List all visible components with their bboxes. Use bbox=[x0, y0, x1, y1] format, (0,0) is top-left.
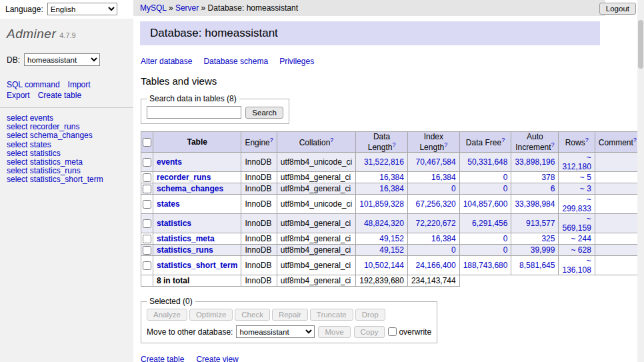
comment-cell bbox=[595, 256, 640, 275]
sidebar-actions-row1: SQL commandImport bbox=[7, 79, 127, 90]
row-checkbox[interactable] bbox=[143, 185, 151, 193]
help-link[interactable]: ? bbox=[551, 141, 555, 148]
search-button[interactable]: Search bbox=[245, 107, 283, 119]
table-name-link[interactable]: statistics_runs bbox=[157, 245, 213, 255]
language-select[interactable]: English bbox=[47, 3, 117, 15]
auto-increment-cell: 8,581,645 bbox=[511, 256, 559, 275]
db-action-link[interactable]: Database schema bbox=[203, 57, 268, 66]
move-db-select[interactable]: homeassistant bbox=[236, 325, 315, 338]
index-length-cell: 24,166,400 bbox=[407, 256, 459, 275]
table-header-row: TableEngine?Collation?Data Length?Index … bbox=[141, 132, 641, 153]
search-input[interactable] bbox=[147, 106, 241, 119]
tables-and-views-heading: Tables and views bbox=[141, 75, 637, 87]
data-free-cell: 0 bbox=[459, 172, 511, 183]
data-free-cell: 104,857,600 bbox=[459, 195, 511, 214]
engine-cell: InnoDB bbox=[241, 233, 277, 245]
auto-increment-cell: 6 bbox=[511, 183, 559, 195]
page-title: Database: homeassistant bbox=[140, 21, 600, 45]
drop-button[interactable]: Drop bbox=[355, 309, 385, 321]
rows-cell: ~ 299,833 bbox=[559, 195, 595, 214]
row-checkbox[interactable] bbox=[143, 235, 151, 243]
search-fieldset: Search data in tables (8) Search bbox=[141, 94, 289, 124]
db-select[interactable]: homeassistant bbox=[24, 53, 100, 66]
create-link[interactable]: Create table bbox=[141, 355, 184, 362]
data-free-cell: 0 bbox=[459, 233, 511, 245]
breadcrumb-link[interactable]: MySQL bbox=[140, 3, 167, 13]
check-button[interactable]: Check bbox=[235, 309, 270, 321]
db-action-link[interactable]: Alter database bbox=[141, 57, 192, 66]
move-label: Move to other database: bbox=[147, 327, 233, 337]
row-checkbox[interactable] bbox=[143, 158, 151, 167]
data-length-cell: 48,824,320 bbox=[356, 214, 408, 233]
rows-cell: ~ 5 bbox=[559, 172, 595, 183]
column-header-data-free: Data Free? bbox=[459, 132, 511, 153]
table-name-link[interactable]: statistics bbox=[157, 219, 191, 228]
truncate-button[interactable]: Truncate bbox=[310, 309, 353, 321]
optimize-button[interactable]: Optimize bbox=[189, 309, 233, 321]
data-length-cell: 31,522,816 bbox=[356, 153, 408, 172]
sidebar-table-link[interactable]: select states bbox=[7, 141, 127, 149]
vertical-scrollbar[interactable] bbox=[637, 0, 644, 362]
create-link[interactable]: Create view bbox=[196, 355, 238, 362]
repair-button[interactable]: Repair bbox=[272, 309, 308, 321]
help-link[interactable]: ? bbox=[585, 137, 589, 143]
db-action-link[interactable]: Privileges bbox=[279, 57, 314, 66]
row-checkbox[interactable] bbox=[143, 219, 151, 228]
row-checkbox[interactable] bbox=[143, 200, 151, 209]
help-link[interactable]: ? bbox=[501, 137, 505, 143]
sidebar-table-link[interactable]: select statistics_short_term bbox=[7, 175, 127, 184]
comment-cell bbox=[595, 172, 640, 183]
help-link[interactable]: ? bbox=[392, 141, 395, 148]
table-name-link[interactable]: statistics_meta bbox=[157, 234, 215, 243]
data-free-cell: 0 bbox=[459, 245, 511, 256]
table-name-link[interactable]: schema_changes bbox=[157, 184, 223, 193]
total-index-length: 234,143,744 bbox=[407, 275, 459, 287]
collation-cell: utf8mb4_unicode_ci bbox=[277, 195, 355, 214]
copy-button[interactable]: Copy bbox=[354, 326, 385, 338]
breadcrumb: MySQL » Server » Database: homeassistant bbox=[133, 0, 605, 16]
table-name-link[interactable]: statistics_short_term bbox=[157, 261, 237, 270]
total-label: 8 in total bbox=[153, 275, 241, 287]
sidebar: Adminer4.7.9 DB: homeassistant SQL comma… bbox=[0, 19, 133, 362]
index-length-cell: 67,256,320 bbox=[407, 195, 459, 214]
table-name-link[interactable]: recorder_runs bbox=[157, 173, 211, 182]
rows-cell: ~ 628 bbox=[559, 245, 595, 256]
db-label: DB: bbox=[7, 55, 20, 65]
row-checkbox[interactable] bbox=[143, 261, 151, 270]
scrollbar-thumb[interactable] bbox=[638, 20, 643, 69]
overwrite-checkbox[interactable] bbox=[388, 327, 397, 336]
column-header-collation: Collation? bbox=[277, 132, 355, 153]
bulk-buttons: AnalyzeOptimizeCheckRepairTruncateDrop bbox=[147, 309, 431, 321]
collation-cell: utf8mb4_general_ci bbox=[277, 256, 355, 275]
select-all-checkbox[interactable] bbox=[143, 138, 151, 147]
collation-cell: utf8mb4_general_ci bbox=[277, 214, 355, 233]
help-link[interactable]: ? bbox=[444, 141, 447, 148]
sidebar-action-link[interactable]: Create table bbox=[38, 91, 81, 100]
rows-cell: ~ 569,159 bbox=[559, 214, 595, 233]
row-checkbox[interactable] bbox=[143, 173, 151, 182]
db-action-links: Alter databaseDatabase schemaPrivileges bbox=[141, 57, 637, 66]
index-length-cell: 0 bbox=[407, 183, 459, 195]
breadcrumb-link[interactable]: Server bbox=[175, 3, 199, 13]
column-header-auto-increment: Auto Increment? bbox=[511, 132, 559, 153]
help-link[interactable]: ? bbox=[330, 137, 333, 143]
move-button[interactable]: Move bbox=[318, 326, 350, 338]
comment-cell bbox=[595, 233, 640, 245]
help-link[interactable]: ? bbox=[633, 137, 637, 143]
tables-tbody: eventsInnoDButf8mb4_unicode_ci31,522,816… bbox=[141, 153, 641, 275]
auto-increment-cell: 33,898,196 bbox=[511, 153, 559, 172]
table-name-link[interactable]: events bbox=[157, 157, 182, 167]
sidebar-action-link[interactable]: SQL command bbox=[7, 80, 60, 89]
total-engine: InnoDB bbox=[241, 275, 277, 287]
table-name-link[interactable]: states bbox=[157, 199, 180, 209]
sidebar-table-link[interactable]: select schema_changes bbox=[7, 131, 127, 140]
engine-cell: InnoDB bbox=[241, 172, 277, 183]
help-link[interactable]: ? bbox=[270, 137, 273, 143]
auto-increment-cell: 33,398,984 bbox=[511, 195, 559, 214]
auto-increment-cell: 378 bbox=[511, 172, 559, 183]
analyze-button[interactable]: Analyze bbox=[147, 309, 187, 321]
logout-button[interactable]: Logout bbox=[599, 3, 636, 15]
sidebar-action-link[interactable]: Import bbox=[68, 80, 91, 89]
sidebar-action-link[interactable]: Export bbox=[7, 91, 30, 100]
row-checkbox[interactable] bbox=[143, 246, 151, 255]
